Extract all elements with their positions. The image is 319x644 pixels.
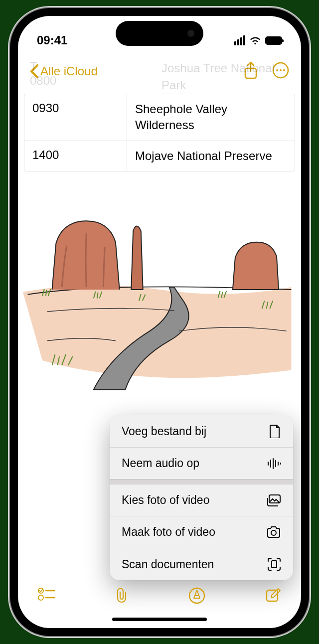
svg-point-3 [280, 69, 282, 71]
obscured-row-value: Joshua Tree National Park [161, 60, 275, 93]
menu-take-photo[interactable]: Maak foto of video [110, 516, 293, 548]
camera-icon [266, 526, 281, 538]
paperclip-icon [115, 587, 129, 603]
menu-label: Scan documenten [122, 558, 214, 571]
menu-label: Kies foto of video [122, 493, 209, 507]
menu-label: Voeg bestand bij [122, 425, 206, 438]
ellipsis-circle-icon [272, 62, 289, 79]
markup-button[interactable] [188, 587, 205, 606]
phone-frame: 09:41 T 0800 Joshua Tree National Park A… [10, 8, 309, 636]
cell-time[interactable]: 0930 [24, 94, 127, 141]
home-indicator[interactable] [112, 618, 207, 621]
battery-icon [265, 36, 282, 45]
dynamic-island [116, 21, 203, 46]
cell-time[interactable]: 1400 [24, 141, 127, 171]
document-scan-icon [267, 557, 281, 571]
svg-point-12 [271, 530, 276, 535]
svg-rect-13 [272, 561, 277, 568]
menu-attach-file[interactable]: Voeg bestand bij [110, 415, 293, 447]
cell-place[interactable]: Sheephole Valley Wilderness [127, 94, 295, 141]
itinerary-table[interactable]: 0930 Sheephole Valley Wilderness 1400 Mo… [24, 94, 295, 171]
menu-record-audio[interactable]: Neem audio op [110, 447, 293, 479]
svg-point-4 [283, 69, 285, 71]
photo-library-icon [266, 494, 281, 506]
pencil-tip-icon [188, 587, 205, 604]
svg-point-15 [38, 595, 43, 600]
menu-choose-photo[interactable]: Kies foto of video [110, 484, 293, 516]
svg-rect-19 [267, 590, 278, 601]
status-time: 09:41 [37, 33, 67, 47]
wifi-icon [249, 36, 261, 45]
compose-button[interactable] [265, 587, 281, 605]
menu-scan-documents[interactable]: Scan documenten [110, 548, 293, 580]
menu-label: Neem audio op [122, 457, 199, 470]
menu-separator [110, 479, 293, 484]
more-button[interactable] [272, 62, 289, 81]
svg-point-2 [276, 69, 278, 71]
checklist-icon [38, 587, 55, 601]
attach-menu: Voeg bestand bij Neem audio op Kies foto… [110, 415, 293, 580]
desert-sketch[interactable] [18, 182, 301, 392]
menu-label: Maak foto of video [122, 525, 215, 539]
cell-place[interactable]: Mojave National Preserve [127, 141, 295, 171]
compose-icon [265, 587, 281, 603]
table-row[interactable]: 0930 Sheephole Valley Wilderness [24, 94, 295, 141]
status-icons [234, 35, 282, 45]
obscured-row-label: T 0800 [18, 60, 68, 88]
waveform-icon [267, 458, 281, 469]
cellular-icon [234, 35, 245, 45]
table-row[interactable]: 1400 Mojave National Preserve [24, 141, 295, 171]
attachment-button[interactable] [115, 587, 129, 605]
file-icon [269, 424, 281, 438]
checklist-button[interactable] [38, 587, 55, 603]
note-body: 0930 Sheephole Valley Wilderness 1400 Mo… [18, 94, 301, 392]
screen: 09:41 T 0800 Joshua Tree National Park A… [18, 16, 301, 628]
